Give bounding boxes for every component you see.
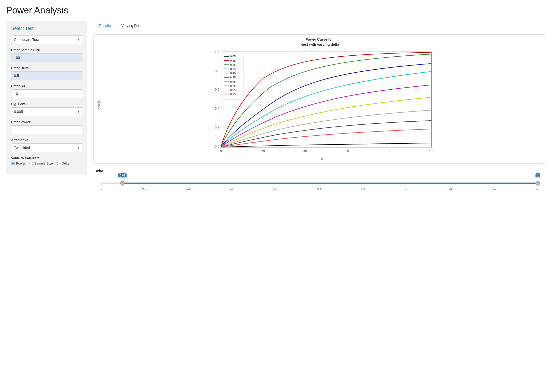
- svg-text:0.95: 0.95: [230, 93, 236, 96]
- svg-text:0.85: 0.85: [230, 89, 236, 92]
- svg-text:0.75: 0.75: [230, 84, 236, 87]
- svg-text:0.6: 0.6: [215, 88, 219, 91]
- delta-group: Enter Delta: [11, 66, 82, 80]
- tabs: Results Varying Delta: [94, 21, 545, 30]
- test-select-group: Chi-square Test t-test z-test F-test: [11, 35, 82, 44]
- power-group: Enter Power: [11, 120, 82, 134]
- tick-0: 0: [101, 187, 102, 190]
- chart-wrapper: 1.0 0.8 0.6 0.4: [102, 49, 542, 156]
- main-layout: Select Test Chi-square Test t-test z-tes…: [6, 21, 545, 198]
- svg-text:0.55: 0.55: [230, 76, 236, 79]
- alternative-group: Alternative Two sided One sided (greater…: [11, 138, 82, 152]
- power-input[interactable]: [11, 125, 82, 134]
- radio-sample-label: Sample Size: [34, 161, 53, 165]
- right-thumb[interactable]: [535, 181, 540, 186]
- tick-05: 0.5: [317, 187, 321, 190]
- dual-slider-container: 0.05 1: [95, 175, 544, 198]
- svg-text:0.35: 0.35: [230, 68, 236, 71]
- tick-03: 0.3: [230, 187, 234, 190]
- left-tooltip-arrow: [121, 176, 124, 178]
- chart-and-xaxis: 1.0 0.8 0.6 0.4: [102, 49, 542, 161]
- svg-text:0.0: 0.0: [215, 145, 219, 149]
- alternative-select[interactable]: Two sided One sided (greater) One sided …: [11, 143, 82, 152]
- sample-size-label: Enter Sample Size: [11, 48, 82, 52]
- delta-label: Enter Delta: [11, 66, 82, 70]
- chart-container: Power Curve for t-test with varying delt…: [94, 34, 545, 164]
- svg-text:0.15: 0.15: [230, 59, 236, 62]
- tab-varying-delta[interactable]: Varying Delta: [116, 21, 148, 30]
- delta-input[interactable]: [11, 71, 82, 80]
- right-thumb-container: 1: [535, 181, 540, 186]
- svg-text:0: 0: [220, 150, 222, 153]
- sd-input[interactable]: [11, 89, 82, 98]
- svg-text:40: 40: [303, 150, 307, 153]
- tick-08: 0.8: [449, 187, 452, 190]
- tick-02: 0.2: [186, 187, 190, 190]
- radio-sample-size[interactable]: Sample Size: [29, 161, 53, 165]
- svg-text:0.2: 0.2: [215, 126, 219, 129]
- radio-delta[interactable]: Delta: [57, 161, 69, 165]
- sig-level-group: Sig. Level 0.001 0.005 0.01 0.05 0.1: [11, 102, 82, 116]
- power-label: Enter Power: [11, 120, 82, 124]
- chart-title: Power Curve for t-test with varying delt…: [96, 37, 542, 47]
- svg-text:20: 20: [261, 150, 265, 153]
- tick-09: 0.9: [493, 187, 496, 190]
- page-container: Power Analysis Select Test Chi-square Te…: [0, 0, 551, 203]
- alternative-label: Alternative: [11, 138, 82, 142]
- tick-04: 0.4: [273, 187, 277, 190]
- right-panel: Results Varying Delta Power Curve for t-…: [94, 21, 545, 198]
- tab-results[interactable]: Results: [94, 21, 116, 30]
- svg-text:0.4: 0.4: [215, 107, 219, 110]
- tick-07: 0.7: [405, 187, 409, 190]
- value-to-calculate-label: Value to Calculate: [11, 156, 82, 160]
- svg-text:1.0: 1.0: [215, 50, 219, 54]
- svg-text:0.65: 0.65: [230, 80, 236, 83]
- sig-level-select-wrapper: 0.001 0.005 0.01 0.05 0.1: [11, 107, 82, 116]
- slider-track: 0.05 1: [101, 183, 538, 184]
- sample-size-group: Enter Sample Size: [11, 48, 82, 62]
- radio-group: Power Sample Size Delta: [11, 161, 82, 165]
- left-thumb[interactable]: [120, 181, 125, 186]
- slider-fill: [123, 183, 538, 184]
- radio-power-label: Power: [16, 161, 25, 165]
- sig-level-select[interactable]: 0.001 0.005 0.01 0.05 0.1: [11, 107, 82, 116]
- alternative-select-wrapper: Two sided One sided (greater) One sided …: [11, 143, 82, 152]
- chart-area: power 1.0 0.8: [96, 49, 542, 161]
- left-thumb-container: 0.05: [120, 181, 125, 186]
- y-axis-label: power: [96, 49, 102, 161]
- sample-size-input[interactable]: [11, 53, 82, 62]
- sig-level-label: Sig. Level: [11, 102, 82, 106]
- svg-text:100: 100: [429, 150, 434, 153]
- radio-power[interactable]: Power: [11, 161, 25, 165]
- svg-text:0.25: 0.25: [230, 63, 236, 67]
- test-select[interactable]: Chi-square Test t-test z-test F-test: [11, 35, 82, 44]
- page-title: Power Analysis: [6, 5, 545, 16]
- tick-1: 1: [536, 187, 538, 190]
- svg-text:0.45: 0.45: [230, 72, 236, 75]
- power-curve-chart: 1.0 0.8 0.6 0.4: [102, 49, 542, 156]
- right-tooltip-arrow: [537, 176, 539, 178]
- sd-group: Enter SD: [11, 84, 82, 98]
- svg-text:0.8: 0.8: [215, 69, 219, 73]
- select-test-label: Select Test: [11, 26, 82, 31]
- svg-text:0.05: 0.05: [230, 55, 236, 58]
- left-panel: Select Test Chi-square Test t-test z-tes…: [6, 21, 87, 174]
- radio-delta-label: Delta: [62, 161, 69, 165]
- svg-text:80: 80: [388, 150, 391, 153]
- slider-section: Delta 0.05: [94, 169, 545, 198]
- tick-01: 0.1: [142, 187, 146, 190]
- slider-ticks: 0 0.1 0.2 0.3 0.4 0.5 0.6 0.7 0.8 0.9 1: [101, 187, 538, 190]
- sd-label: Enter SD: [11, 84, 82, 88]
- test-select-wrapper: Chi-square Test t-test z-test F-test: [11, 35, 82, 44]
- slider-label: Delta: [95, 169, 544, 173]
- tick-06: 0.6: [361, 187, 365, 190]
- value-to-calculate-group: Value to Calculate Power Sample Size Del…: [11, 156, 82, 165]
- svg-text:60: 60: [346, 150, 349, 153]
- x-axis-label: n: [102, 157, 542, 161]
